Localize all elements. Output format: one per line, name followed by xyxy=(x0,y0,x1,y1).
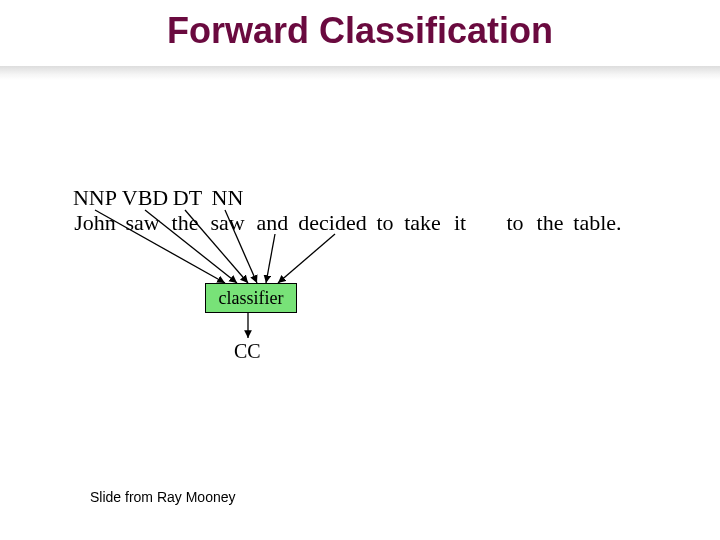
token-and: and xyxy=(250,210,295,236)
token-the1: the xyxy=(165,210,205,236)
slide-title: Forward Classification xyxy=(0,10,720,52)
token-it: it xyxy=(445,210,475,236)
token-to1: to xyxy=(370,210,400,236)
tag-vbd: VBD xyxy=(120,185,170,211)
token-to2: to xyxy=(500,210,530,236)
classifier-box: classifier xyxy=(205,283,297,313)
svg-line-4 xyxy=(266,234,275,283)
token-saw1: saw xyxy=(120,210,165,236)
tag-nn: NN xyxy=(205,185,250,211)
token-the2: the xyxy=(530,210,570,236)
token-john: John xyxy=(70,210,120,236)
arrows-layer xyxy=(0,0,720,540)
pos-tag-row: NNPVBDDTNN xyxy=(70,185,250,211)
token-take: take xyxy=(400,210,445,236)
token-saw2: saw xyxy=(205,210,250,236)
output-tag: CC xyxy=(234,340,261,363)
credit: Slide from Ray Mooney xyxy=(90,489,236,505)
svg-line-5 xyxy=(278,234,335,283)
token-decided: decided xyxy=(295,210,370,236)
tag-nnp: NNP xyxy=(70,185,120,211)
sentence: Johnsawthesawanddecidedtotakeittothetabl… xyxy=(70,210,625,236)
tag-dt: DT xyxy=(170,185,205,211)
token-table: table. xyxy=(570,210,625,236)
title-underline xyxy=(0,66,720,80)
slide: Forward Classification NNPVBDDTNN Johnsa… xyxy=(0,0,720,540)
